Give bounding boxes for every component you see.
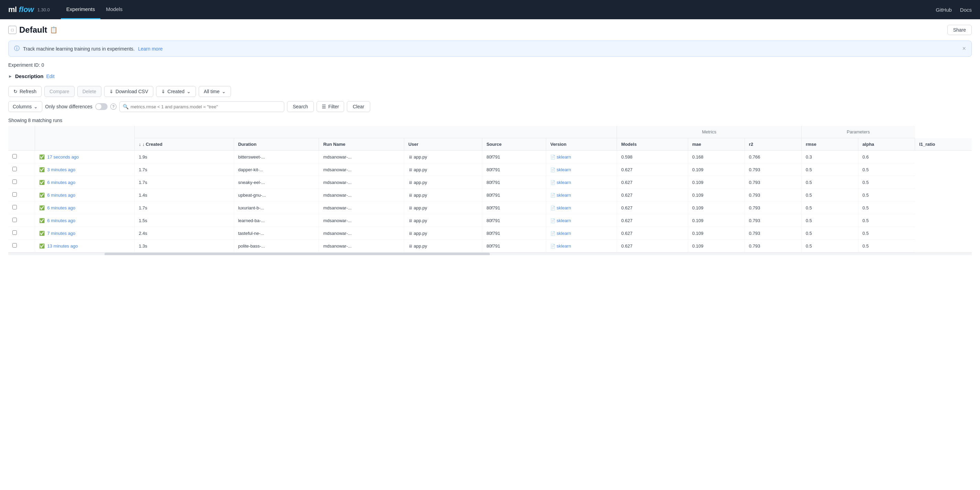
model-link-7[interactable]: sklearn — [557, 243, 571, 248]
row-alpha-4: 0.5 — [801, 202, 858, 214]
row-checkbox-5[interactable] — [13, 218, 17, 222]
model-link-4[interactable]: sklearn — [557, 205, 571, 210]
row-created-2: ✅ 6 minutes ago — [35, 176, 134, 189]
row-user-4: mdsanowar-... — [319, 202, 404, 214]
row-runname-3: upbeat-gnu-... — [234, 189, 319, 202]
col-header-user: User — [404, 138, 482, 151]
model-link-5[interactable]: sklearn — [557, 218, 571, 223]
row-runname-6: tasteful-ne-... — [234, 227, 319, 240]
search-button[interactable]: Search — [287, 101, 314, 112]
created-link-6[interactable]: 7 minutes ago — [48, 231, 76, 236]
experiment-id-value: 0 — [41, 62, 44, 68]
row-models-7: 📄 sklearn — [546, 240, 617, 252]
row-r2-5: 0.109 — [688, 214, 745, 227]
created-link-1[interactable]: 3 minutes ago — [48, 167, 76, 172]
row-l1ratio-6: 0.5 — [858, 227, 915, 240]
help-icon[interactable]: ? — [110, 103, 116, 110]
edit-description-link[interactable]: Edit — [46, 73, 54, 79]
search-input[interactable] — [119, 102, 284, 112]
row-created-1: ✅ 3 minutes ago — [35, 163, 134, 176]
row-l1ratio-2: 0.5 — [858, 176, 915, 189]
share-button[interactable]: Share — [947, 25, 972, 35]
header-right: GitHub Docs — [935, 7, 972, 13]
all-time-button[interactable]: All time ⌄ — [199, 86, 231, 97]
row-models-5: 📄 sklearn — [546, 214, 617, 227]
row-l1ratio-3: 0.5 — [858, 189, 915, 202]
experiment-id-label: Experiment ID: — [8, 62, 40, 68]
description-chevron[interactable]: ► — [8, 74, 13, 79]
created-link-4[interactable]: 6 minutes ago — [48, 205, 76, 210]
row-checkbox-0[interactable] — [13, 154, 17, 159]
row-checkbox-3[interactable] — [13, 192, 17, 197]
row-r2-6: 0.109 — [688, 227, 745, 240]
refresh-button[interactable]: ↻ Refresh — [8, 86, 41, 97]
model-link-6[interactable]: sklearn — [557, 231, 571, 236]
created-link-3[interactable]: 6 minutes ago — [48, 192, 76, 198]
model-link-2[interactable]: sklearn — [557, 180, 571, 185]
row-checkbox-4[interactable] — [13, 205, 17, 209]
runs-table: Metrics Parameters ↓ ↓ Created Duration … — [8, 126, 972, 252]
nav-models[interactable]: Models — [100, 0, 128, 19]
col-header-duration: Duration — [234, 138, 319, 151]
model-link-0[interactable]: sklearn — [557, 154, 571, 159]
created-link-5[interactable]: 6 minutes ago — [48, 218, 76, 223]
github-link[interactable]: GitHub — [935, 7, 952, 13]
download-csv-button[interactable]: ⇓ Download CSV — [104, 86, 153, 97]
row-l1ratio-1: 0.5 — [858, 163, 915, 176]
col-header-empty2 — [134, 126, 617, 138]
created-link-7[interactable]: 13 minutes ago — [48, 243, 78, 248]
file-icon-2: 🖥 — [408, 180, 414, 185]
row-alpha-1: 0.5 — [801, 163, 858, 176]
row-checkbox-6[interactable] — [13, 231, 17, 235]
model-icon-6: 📄 — [550, 231, 557, 236]
title-row: □ Default 📋 Share — [8, 25, 972, 35]
title-left: □ Default 📋 — [8, 25, 57, 35]
learn-more-link[interactable]: Learn more — [138, 46, 163, 52]
row-source-0: 🖥 app.py — [404, 151, 482, 163]
created-sort-button[interactable]: ⇓ Created ⌄ — [156, 86, 196, 97]
scrollbar[interactable] — [8, 252, 972, 255]
delete-button[interactable]: Delete — [77, 86, 102, 97]
all-time-label: All time — [204, 89, 220, 94]
col-header-created[interactable]: ↓ ↓ Created — [134, 138, 234, 151]
info-banner-text: Track machine learning training runs in … — [23, 46, 135, 52]
collapse-button[interactable]: □ — [8, 26, 16, 34]
only-show-differences-toggle[interactable] — [95, 103, 108, 110]
columns-button[interactable]: Columns ⌄ — [8, 101, 42, 112]
file-icon-5: 🖥 — [408, 218, 414, 223]
row-duration-6: 2.4s — [134, 227, 234, 240]
search-icon: 🔍 — [123, 104, 129, 109]
copy-icon[interactable]: 📋 — [50, 26, 57, 34]
row-alpha-5: 0.5 — [801, 214, 858, 227]
row-checkbox-1[interactable] — [13, 167, 17, 171]
row-version-3: 80f791 — [482, 189, 546, 202]
filter-button[interactable]: ☰ Filter — [317, 101, 344, 112]
col-header-run-name: Run Name — [319, 138, 404, 151]
nav-experiments[interactable]: Experiments — [61, 0, 100, 19]
model-icon-1: 📄 — [550, 167, 557, 172]
row-l1ratio-7: 0.5 — [858, 240, 915, 252]
row-checkbox-7[interactable] — [13, 243, 17, 248]
row-models-0: 📄 sklearn — [546, 151, 617, 163]
created-chevron-icon: ⌄ — [187, 89, 191, 94]
row-duration-7: 1.3s — [134, 240, 234, 252]
row-checkbox-2[interactable] — [13, 180, 17, 184]
model-link-1[interactable]: sklearn — [557, 167, 571, 172]
table-row: ✅ 17 seconds ago 1.9s bittersweet-... md… — [8, 151, 972, 163]
model-link-3[interactable]: sklearn — [557, 192, 571, 198]
created-link-2[interactable]: 6 minutes ago — [48, 180, 76, 185]
main-content: □ Default 📋 Share ⓘ Track machine learni… — [0, 19, 980, 261]
close-banner-icon[interactable]: × — [962, 45, 966, 52]
row-user-6: mdsanowar-... — [319, 227, 404, 240]
only-show-differences-label: Only show differences — [45, 104, 92, 109]
created-sort-label: Created — [167, 89, 185, 94]
row-source-1: 🖥 app.py — [404, 163, 482, 176]
description-label: Description — [15, 73, 44, 79]
col-header-empty1 — [35, 126, 134, 151]
row-rmse-7: 0.793 — [745, 240, 801, 252]
clear-button[interactable]: Clear — [347, 101, 370, 112]
created-link-0[interactable]: 17 seconds ago — [48, 154, 79, 159]
compare-button[interactable]: Compare — [45, 86, 75, 97]
row-mae-5: 0.627 — [617, 214, 688, 227]
docs-link[interactable]: Docs — [960, 7, 972, 13]
